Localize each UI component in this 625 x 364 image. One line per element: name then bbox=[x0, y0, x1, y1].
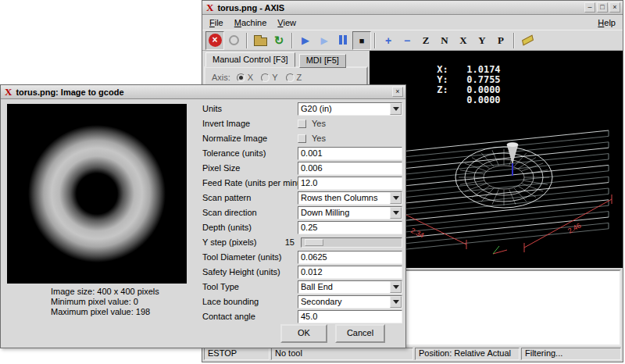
dimension-label-right: 2.46 bbox=[566, 222, 582, 235]
notebook-tabs: Manual Control [F3] MDI [F5] bbox=[205, 52, 346, 67]
zoom-in-button[interactable]: + bbox=[379, 31, 398, 50]
view-perspective-button[interactable]: P bbox=[491, 31, 510, 50]
desktop: X torus.png - AXIS – □ × File Machine Vi… bbox=[0, 0, 625, 364]
x11-logo-icon: X bbox=[5, 86, 12, 98]
tool-cone bbox=[507, 142, 518, 176]
radio-icon bbox=[286, 73, 295, 82]
preview-plot[interactable]: 2.34 2.46 bbox=[370, 96, 623, 268]
tool-type-select[interactable]: Ball End bbox=[298, 280, 402, 294]
tab-mdi[interactable]: MDI [F5] bbox=[299, 54, 346, 68]
menu-help[interactable]: Help bbox=[592, 16, 621, 29]
power-icon bbox=[229, 35, 239, 45]
radio-icon bbox=[237, 73, 245, 82]
axis-radio-x[interactable]: X bbox=[237, 73, 253, 82]
form-row-pixel-size: Pixel Size 0.006 bbox=[202, 162, 402, 176]
menubar: File Machine View Help bbox=[202, 15, 623, 30]
scan-direction-select[interactable]: Down Milling bbox=[298, 206, 402, 219]
tool-diameter-input[interactable]: 0.0625 bbox=[298, 251, 402, 264]
axis-label: Axis: bbox=[212, 73, 230, 82]
toolbar-separator bbox=[291, 33, 293, 48]
menu-file[interactable]: File bbox=[204, 16, 229, 29]
run-icon: ▶ bbox=[302, 34, 309, 46]
dialog-close-button[interactable]: × bbox=[392, 87, 403, 97]
form-row-contact-angle: Contact angle 45.0 bbox=[202, 310, 402, 324]
tab-manual-control[interactable]: Manual Control [F3] bbox=[205, 52, 295, 67]
menu-view[interactable]: View bbox=[272, 16, 302, 29]
depth-input[interactable]: 0.25 bbox=[298, 221, 402, 234]
dro-readout: X:1.0174 Y:0.7755 Z:0.0000 0.0000 bbox=[370, 51, 623, 95]
form-row-scan-pattern: Scan pattern Rows then Columns bbox=[202, 191, 402, 205]
toolbar: × ↻ ▶ ▶ ■ bbox=[202, 30, 623, 51]
toolbar-separator bbox=[513, 33, 515, 48]
gcode-listing[interactable] bbox=[370, 269, 621, 346]
form-row-y-step: Y step (pixels) 15 bbox=[202, 236, 402, 250]
machine-power-button[interactable] bbox=[224, 31, 243, 50]
axis-radio-y[interactable]: Y bbox=[261, 73, 277, 82]
view-x-icon: X bbox=[459, 34, 466, 47]
units-select[interactable]: G20 (in) bbox=[298, 102, 402, 116]
chevron-down-icon bbox=[390, 192, 402, 204]
slider-handle[interactable] bbox=[305, 239, 323, 246]
safety-height-input[interactable]: 0.012 bbox=[298, 266, 402, 279]
form-row-tool-type: Tool Type Ball End bbox=[202, 280, 402, 294]
statusbar: ESTOP No tool Position: Relative Actual … bbox=[204, 348, 621, 360]
max-pixel-text: Maximum pixel value: 198 bbox=[51, 307, 150, 316]
minimize-button[interactable]: – bbox=[584, 2, 595, 12]
view-z2-button[interactable]: N bbox=[435, 31, 454, 50]
stop-icon: ■ bbox=[359, 36, 365, 45]
status-tool: No tool bbox=[271, 348, 413, 360]
axis-radio-z[interactable]: Z bbox=[286, 73, 302, 82]
contact-angle-input[interactable]: 45.0 bbox=[298, 310, 402, 323]
feed-rate-input[interactable]: 12.0 bbox=[298, 177, 402, 190]
ok-button[interactable]: OK bbox=[280, 324, 327, 343]
normalize-image-checkbox[interactable] bbox=[298, 134, 306, 143]
zoom-out-button[interactable]: − bbox=[398, 31, 416, 50]
view-z-icon: Z bbox=[423, 34, 430, 47]
pixel-size-input[interactable]: 0.006 bbox=[298, 162, 402, 175]
clear-plot-button[interactable] bbox=[518, 31, 537, 50]
close-button[interactable]: × bbox=[609, 2, 620, 12]
pause-button[interactable] bbox=[334, 31, 352, 50]
axis-window-title: torus.png - AXIS bbox=[217, 3, 284, 12]
scan-pattern-select[interactable]: Rows then Columns bbox=[298, 191, 402, 205]
y-step-value: 15 bbox=[279, 237, 295, 247]
estop-button[interactable]: × bbox=[205, 31, 224, 50]
view-z2-icon: N bbox=[441, 34, 448, 47]
view-x-button[interactable]: X bbox=[454, 31, 473, 50]
open-file-button[interactable] bbox=[251, 31, 270, 50]
maximize-button[interactable]: □ bbox=[597, 2, 608, 12]
source-image-box bbox=[7, 104, 187, 284]
axis-titlebar[interactable]: X torus.png - AXIS – □ × bbox=[202, 1, 623, 15]
form-row-feed-rate: Feed Rate (units per minute) 12.0 bbox=[202, 177, 402, 191]
view-y-button[interactable]: Y bbox=[473, 31, 491, 50]
dialog-titlebar[interactable]: X torus.png: Image to gcode × bbox=[1, 85, 405, 99]
reload-icon: ↻ bbox=[274, 34, 284, 48]
status-estop: ESTOP bbox=[204, 348, 270, 360]
preview-pane[interactable]: X:1.0174 Y:0.7755 Z:0.0000 0.0000 bbox=[370, 51, 623, 268]
y-step-slider[interactable] bbox=[301, 237, 402, 248]
menu-machine[interactable]: Machine bbox=[229, 16, 273, 29]
stop-button[interactable]: ■ bbox=[352, 31, 371, 50]
lace-bounding-select[interactable]: Secondary bbox=[298, 295, 402, 309]
reload-button[interactable]: ↻ bbox=[270, 31, 288, 50]
chevron-down-icon bbox=[390, 207, 402, 219]
tolerance-input[interactable]: 0.001 bbox=[298, 147, 402, 160]
estop-icon: × bbox=[209, 34, 222, 47]
toolbar-separator bbox=[374, 33, 376, 48]
form-row-safety-height: Safety Height (units) 0.012 bbox=[202, 266, 402, 280]
chevron-down-icon bbox=[390, 281, 402, 293]
dro-line-x: X:1.0174 bbox=[380, 55, 623, 65]
form-row-tolerance: Tolerance (units) 0.001 bbox=[202, 147, 402, 161]
dialog-title: torus.png: Image to gcode bbox=[16, 87, 123, 97]
brush-icon bbox=[522, 34, 534, 45]
run-button[interactable]: ▶ bbox=[296, 31, 315, 50]
view-z-button[interactable]: Z bbox=[416, 31, 435, 50]
form-row-lace-bounding: Lace bounding Secondary bbox=[202, 295, 402, 309]
step-button[interactable]: ▶ bbox=[315, 31, 334, 50]
chevron-down-icon bbox=[390, 103, 402, 115]
image-to-gcode-dialog: X torus.png: Image to gcode × Image size… bbox=[0, 84, 406, 348]
toolbar-separator bbox=[246, 33, 248, 48]
status-filtering: Filtering... bbox=[521, 348, 621, 360]
cancel-button[interactable]: Cancel bbox=[335, 324, 385, 343]
invert-image-checkbox[interactable] bbox=[298, 120, 306, 128]
